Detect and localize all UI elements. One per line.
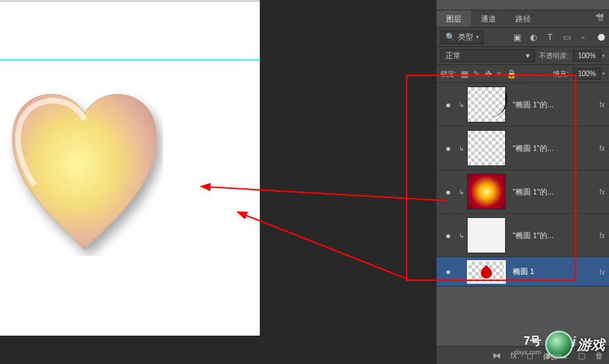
fill-field[interactable]: 100% xyxy=(573,68,601,80)
layer-name[interactable]: "椭圆 1"的... xyxy=(513,187,603,197)
visibility-toggle[interactable]: ● xyxy=(441,230,456,241)
clip-indicator-icon: ↳ xyxy=(456,101,467,109)
lock-label: 锁定: xyxy=(441,69,457,79)
filter-type-dropdown[interactable]: 🔍 类型 ▾ xyxy=(441,30,484,44)
blend-mode-value: 正常 xyxy=(445,51,461,61)
filter-toggle[interactable] xyxy=(598,34,605,41)
layer-row[interactable]: ● ↳ "椭圆 1"的... fx xyxy=(436,214,609,257)
opacity-field[interactable]: 100% xyxy=(573,50,601,62)
fx-badge-icon[interactable]: fx xyxy=(599,232,605,239)
layer-row[interactable]: ● ↳ "椭圆 1"的... fx xyxy=(436,83,609,127)
tab-layers[interactable]: 图层 xyxy=(436,10,471,27)
canvas-area[interactable] xyxy=(0,0,436,364)
layer-mask-icon[interactable]: ◻ xyxy=(527,351,533,361)
opacity-label: 不透明度: xyxy=(539,51,569,61)
lock-all-icon[interactable]: 🔒 xyxy=(506,69,517,79)
lock-position-icon[interactable]: ✥ xyxy=(485,69,492,79)
blend-mode-row: 正常 ▾ 不透明度: 100% ▾ xyxy=(436,47,609,65)
lock-artboard-icon[interactable]: ⌗ xyxy=(497,69,502,79)
filter-adjust-icon[interactable]: ◐ xyxy=(529,33,538,42)
panel-top-strip: × xyxy=(436,0,609,10)
filter-smart-icon[interactable]: ▫ xyxy=(579,33,588,42)
layer-thumbnail[interactable] xyxy=(467,174,506,210)
layer-name[interactable]: 椭圆 1 xyxy=(513,266,603,277)
layer-thumbnail[interactable] xyxy=(467,87,506,122)
lock-pixels-icon[interactable]: ✎ xyxy=(473,69,480,79)
clip-indicator-icon: ↳ xyxy=(456,145,467,152)
lock-transparency-icon[interactable]: ▦ xyxy=(461,69,468,79)
guide-horizontal[interactable] xyxy=(0,60,260,60)
chevron-down-icon: ▾ xyxy=(476,34,479,40)
chevron-down-icon: ▾ xyxy=(526,51,530,60)
chevron-down-icon[interactable]: ▾ xyxy=(602,53,605,59)
watermark-baidu: Bai xyxy=(554,334,576,350)
delete-layer-icon[interactable]: 🗑 xyxy=(595,351,603,361)
layer-thumbnail[interactable] xyxy=(467,130,506,166)
fx-badge-icon[interactable]: fx xyxy=(599,188,605,196)
layer-name[interactable]: "椭圆 1"的... xyxy=(513,143,603,154)
layer-row[interactable]: ● 椭圆 1 fx xyxy=(436,257,609,286)
filter-type-icon[interactable]: T xyxy=(545,33,555,42)
collapse-panel-icon[interactable]: ◀◀ xyxy=(595,12,602,19)
visibility-toggle[interactable]: ● xyxy=(441,266,456,277)
layers-bottom-bar: ⧓ fx ◻ ◑ 🗀 ▢ 🗑 xyxy=(436,346,609,364)
clip-indicator-icon: ↳ xyxy=(456,232,467,239)
filter-shape-icon[interactable]: ▭ xyxy=(562,33,572,42)
visibility-toggle[interactable]: ● xyxy=(441,187,456,197)
layer-name[interactable]: "椭圆 1"的... xyxy=(513,100,603,110)
layer-row[interactable]: ● ↳ "椭圆 1"的... fx xyxy=(436,170,609,214)
fx-badge-icon[interactable]: fx xyxy=(599,145,605,152)
blend-mode-dropdown[interactable]: 正常 ▾ xyxy=(441,49,535,62)
visibility-toggle[interactable]: ● xyxy=(441,143,456,154)
search-icon: 🔍 xyxy=(445,33,455,42)
layer-filter-row: 🔍 类型 ▾ ▣ ◐ T ▭ ▫ xyxy=(436,28,609,47)
tab-paths[interactable]: 路径 xyxy=(506,10,540,27)
lock-row: 锁定: ▦ ✎ ✥ ⌗ 🔒 填充: 100% ▾ xyxy=(436,65,609,83)
filter-pixel-icon[interactable]: ▣ xyxy=(512,33,522,42)
fill-label: 填充: xyxy=(553,69,569,79)
tab-channels[interactable]: 通道 xyxy=(471,10,506,27)
visibility-toggle[interactable]: ● xyxy=(441,100,456,110)
watermark-sub: jingya xyxy=(544,352,562,360)
layers-list: ● ↳ "椭圆 1"的... fx ● ↳ "椭圆 1"的... fx ● ↳ … xyxy=(436,83,609,286)
layer-row[interactable]: ● ↳ "椭圆 1"的... fx xyxy=(436,127,609,170)
filter-label: 类型 xyxy=(458,32,473,42)
layer-thumbnail[interactable] xyxy=(467,217,506,253)
layers-panel: × ◀◀ 图层 通道 路径 ≡ 🔍 类型 ▾ ▣ ◐ T ▭ ▫ 正常 ▾ 不透… xyxy=(436,0,609,364)
link-layers-icon[interactable]: ⧓ xyxy=(493,351,501,361)
artboard[interactable] xyxy=(0,0,260,336)
guide-horizontal[interactable] xyxy=(0,1,260,1)
layer-name[interactable]: "椭圆 1"的... xyxy=(513,230,603,241)
fx-badge-icon[interactable]: fx xyxy=(599,268,605,275)
panel-tabs: 图层 通道 路径 ≡ xyxy=(436,10,609,28)
fx-badge-icon[interactable]: fx xyxy=(599,101,605,109)
layer-style-icon[interactable]: fx xyxy=(511,351,517,361)
new-layer-icon[interactable]: ▢ xyxy=(578,351,585,361)
chevron-down-icon[interactable]: ▾ xyxy=(602,71,605,77)
clip-indicator-icon: ↳ xyxy=(456,188,467,196)
heart-shape[interactable] xyxy=(7,87,163,256)
layer-thumbnail[interactable] xyxy=(467,260,506,284)
